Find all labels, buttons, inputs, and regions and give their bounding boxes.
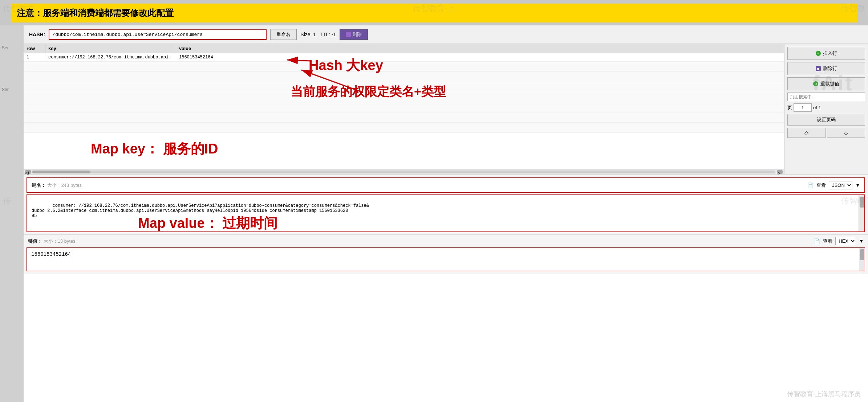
key-value-view-controls: 📄 查看 HEX ▼ [814, 237, 864, 245]
hash-input[interactable] [49, 29, 267, 40]
col-header-value: value [176, 44, 784, 53]
key-value-bold-label: 键值： [28, 238, 42, 244]
table-row-empty-3 [24, 72, 784, 82]
hash-bar: HASH: 重命名 Size: 1 TTL: -1 删除 [24, 25, 868, 44]
page-nav: 页 of 1 [787, 103, 865, 112]
delete-row-label: 删除行 [823, 65, 837, 72]
page-number-input[interactable] [794, 103, 812, 112]
sidebar-ser-label-2: Ser [2, 87, 9, 92]
page-search-input[interactable] [787, 93, 865, 101]
table-row-empty-2 [24, 62, 784, 72]
col-header-row: row [24, 44, 45, 53]
cell-row-1: 1 [24, 53, 45, 61]
h-scroll-track[interactable] [32, 171, 775, 173]
h-scroll-right-btn[interactable]: ▷ [777, 170, 783, 174]
page-of-label: of 1 [813, 105, 821, 110]
reload-key-button[interactable]: ↺ 重载键值 [787, 77, 865, 90]
key-value-format-select[interactable]: HEX [835, 237, 856, 245]
key-name-view-label: 查看 [816, 182, 826, 189]
key-value-label: 键值： 大小：13 bytes [28, 238, 76, 245]
key-name-label: 键名： 大小：243 bytes [32, 182, 82, 189]
main-work-area: HASH: 重命名 Size: 1 TTL: -1 删除 row key val… [24, 25, 868, 402]
insert-row-button[interactable]: + 插入行 [787, 47, 865, 60]
side-actions-panel: + 插入行 ■ 删除行 ↺ 重载键值 页 of 1 设置页码 [784, 44, 868, 174]
insert-row-label: 插入行 [823, 50, 837, 57]
col-header-key: key [45, 44, 176, 53]
key-name-dropdown-arrow: ▼ [855, 182, 860, 188]
table-row[interactable]: 1 consumer://192.168.22.76/com.itheima.d… [24, 53, 784, 62]
key-value-scrollbar[interactable] [859, 248, 865, 271]
table-row-empty-7 [24, 112, 784, 123]
table-section: row key value 1 consumer://192.168.22.76… [24, 44, 784, 174]
key-value-view-label: 查看 [823, 238, 832, 245]
ttl-label: TTL: -1 [320, 32, 336, 37]
h-scrollbar[interactable]: ◁ ▷ [24, 169, 784, 174]
bottom-section: 键名： 大小：243 bytes 📄 查看 JSON ▼ consumer: /… [24, 175, 868, 274]
key-value-text: 1560153452164 [31, 251, 71, 257]
rename-button[interactable]: 重命名 [270, 29, 297, 40]
delete-icon [346, 32, 351, 37]
nav-arrows: ◇ ◇ [787, 128, 865, 138]
key-name-size-hint: 大小：243 bytes [47, 182, 82, 188]
plus-icon: + [816, 51, 821, 56]
key-name-view-controls: 📄 查看 JSON ▼ [807, 181, 860, 189]
sidebar-ser-label-1: Ser [2, 45, 9, 50]
reload-icon: ↺ [813, 81, 818, 86]
table-row-empty-6 [24, 102, 784, 112]
cell-key-1: consumer://192.168.22.76/com.itheima.dub… [45, 53, 176, 61]
prev-page-button[interactable]: ◇ [787, 128, 826, 138]
key-value-box: 1560153452164 [27, 247, 865, 271]
table-row-empty-8 [24, 123, 784, 133]
table-header: row key value [24, 44, 784, 53]
key-value-dropdown-arrow: ▼ [859, 238, 864, 244]
key-name-scroll-thumb[interactable] [860, 197, 864, 208]
key-name-view-icon: 📄 [807, 182, 814, 188]
notice-bar: 注意：服务端和消费端都需要修改此配置 [11, 4, 857, 22]
key-value-header: 键值： 大小：13 bytes 📄 查看 HEX ▼ [24, 234, 868, 247]
h-scroll-left-btn[interactable]: ◁ [25, 170, 31, 174]
delete-btn-label: 删除 [352, 31, 362, 38]
left-sidebar-bg: Ser Ser [0, 25, 24, 402]
table-row-empty-5 [24, 92, 784, 102]
key-name-scrollbar[interactable] [859, 195, 864, 231]
full-layout: 传智教育 传智教育·上 传智教 传 传智教 fAit Ser Ser 注意：服务… [0, 0, 868, 402]
key-name-format-select[interactable]: JSON [829, 181, 852, 189]
notice-text: 注意：服务端和消费端都需要修改此配置 [17, 8, 174, 18]
table-spacer [24, 133, 784, 169]
table-row-empty-4 [24, 82, 784, 92]
hash-label: HASH: [29, 32, 45, 37]
key-name-value-text: consumer: //192.168.22.76/com.itheima.du… [32, 203, 369, 218]
key-name-row: 键名： 大小：243 bytes 📄 查看 JSON ▼ [27, 177, 865, 193]
minus-icon: ■ [816, 66, 821, 71]
set-page-button[interactable]: 设置页码 [787, 114, 865, 126]
delete-row-button[interactable]: ■ 删除行 [787, 62, 865, 75]
page-nav-label: 页 [787, 104, 792, 111]
key-name-value-box: consumer: //192.168.22.76/com.itheima.du… [27, 194, 865, 232]
h-scroll-thumb[interactable] [32, 171, 90, 173]
key-value-size-hint: 大小：13 bytes [44, 238, 76, 244]
cell-value-1: 1560153452164 [176, 53, 784, 61]
key-value-view-icon: 📄 [814, 238, 820, 244]
delete-button[interactable]: 删除 [340, 29, 368, 40]
key-value-scroll-thumb[interactable] [860, 249, 864, 260]
reload-key-label: 重载键值 [820, 81, 839, 87]
watermark-bottom-right: 传智教育·上海黑马程序员 [787, 390, 861, 398]
next-page-button[interactable]: ◇ [827, 128, 865, 138]
middle-area: row key value 1 consumer://192.168.22.76… [24, 44, 868, 175]
key-name-bold-label: 键名： [32, 182, 46, 188]
size-label: Size: 1 [300, 32, 316, 37]
